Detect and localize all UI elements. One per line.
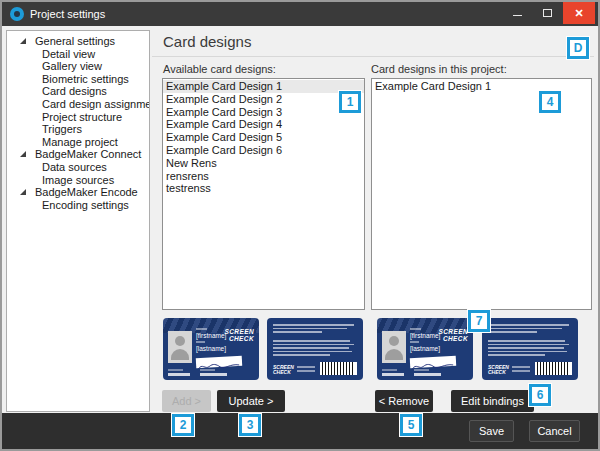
maximize-button[interactable] <box>533 2 561 24</box>
sidebar-item-badgemaker-connect[interactable]: BadgeMaker Connect <box>7 148 149 161</box>
sidebar-item-project-structure[interactable]: Project structure <box>7 111 149 124</box>
card-front-preview: [firstname] [lastname] SCREENCHECK <box>377 318 473 380</box>
sidebar-item-card-design-assignment[interactable]: Card design assignment <box>7 98 149 111</box>
update-button[interactable]: Update > <box>217 390 285 412</box>
sidebar-item-general-settings[interactable]: General settings <box>7 35 149 48</box>
project-designs-label: Card designs in this project: <box>371 63 507 75</box>
firstname-field: [firstname] <box>196 332 226 339</box>
card-back-preview: SCREENCHECK <box>482 318 578 380</box>
cancel-button[interactable]: Cancel <box>529 420 580 442</box>
maximize-icon <box>543 9 552 17</box>
callout-2: 2 <box>172 414 194 436</box>
remove-button[interactable]: < Remove <box>375 390 433 412</box>
footer-bar: Save Cancel <box>2 413 598 449</box>
heading-divider <box>152 56 594 57</box>
sidebar-item-gallery-view[interactable]: Gallery view <box>7 60 149 73</box>
minimize-icon <box>513 15 522 16</box>
edit-bindings-button[interactable]: Edit bindings <box>451 390 534 412</box>
tree-expander-icon[interactable] <box>20 189 26 195</box>
list-item[interactable]: Example Card Design 3 <box>163 106 364 119</box>
callout-5: 5 <box>400 414 422 436</box>
settings-tree: General settings Detail view Gallery vie… <box>6 30 150 412</box>
callout-1: 1 <box>339 91 361 113</box>
list-item[interactable]: New Rens <box>163 157 364 170</box>
signature-strip <box>196 356 242 368</box>
callout-d: D <box>567 37 589 59</box>
available-designs-label: Available card designs: <box>163 63 276 75</box>
card-back-preview: SCREENCHECK <box>267 318 363 380</box>
titlebar: Project settings ✕ <box>2 2 598 26</box>
sidebar-item-badgemaker-encode[interactable]: BadgeMaker Encode <box>7 186 149 199</box>
lastname-field: [lastname] <box>196 345 226 352</box>
callout-6: 6 <box>529 384 551 406</box>
sidebar-item-biometric-settings[interactable]: Biometric settings <box>7 73 149 86</box>
barcode <box>320 362 357 375</box>
tree-expander-icon[interactable] <box>20 38 26 44</box>
sidebar-item-detail-view[interactable]: Detail view <box>7 48 149 61</box>
project-settings-window: Project settings ✕ General settings Deta… <box>0 0 600 451</box>
signature-strip <box>410 356 456 368</box>
callout-7: 7 <box>468 310 490 332</box>
photo-placeholder <box>382 331 406 363</box>
window-title: Project settings <box>30 2 105 26</box>
sidebar-item-data-sources[interactable]: Data sources <box>7 161 149 174</box>
card-front-preview: [firstname] [lastname] SCREENCHECK <box>163 318 259 380</box>
sidebar-item-triggers[interactable]: Triggers <box>7 123 149 136</box>
available-designs-list: Example Card Design 1 Example Card Desig… <box>162 78 365 310</box>
add-button[interactable]: Add > <box>162 390 211 412</box>
list-item[interactable]: testrenss <box>163 182 364 195</box>
screencheck-logo: SCREENCHECK <box>225 329 255 342</box>
page-title: Card designs <box>163 33 251 50</box>
photo-placeholder <box>168 331 192 363</box>
list-item[interactable]: Example Card Design 2 <box>163 93 364 106</box>
sidebar-item-manage-project[interactable]: Manage project <box>7 136 149 149</box>
firstname-field: [firstname] <box>410 332 440 339</box>
tree-expander-icon[interactable] <box>20 151 26 157</box>
save-button[interactable]: Save <box>469 420 514 442</box>
list-item[interactable]: Example Card Design 6 <box>163 144 364 157</box>
barcode <box>535 362 572 375</box>
close-button[interactable]: ✕ <box>563 2 595 24</box>
callout-4: 4 <box>539 91 561 113</box>
list-item[interactable]: Example Card Design 4 <box>163 118 364 131</box>
minimize-button[interactable] <box>503 2 531 24</box>
list-item[interactable]: Example Card Design 1 <box>163 80 364 93</box>
sidebar-item-encoding-settings[interactable]: Encoding settings <box>7 199 149 212</box>
screencheck-logo: SCREENCHECK <box>488 365 509 375</box>
app-logo-icon <box>10 7 24 21</box>
screencheck-logo: SCREENCHECK <box>273 365 294 375</box>
sidebar-item-image-sources[interactable]: Image sources <box>7 174 149 187</box>
callout-3: 3 <box>239 414 261 436</box>
close-icon: ✕ <box>574 7 583 19</box>
screencheck-logo: SCREENCHECK <box>439 329 469 342</box>
list-item[interactable]: rensrens <box>163 170 364 183</box>
sidebar-item-card-designs[interactable]: Card designs <box>7 85 149 98</box>
list-item[interactable]: Example Card Design 5 <box>163 131 364 144</box>
lastname-field: [lastname] <box>410 345 440 352</box>
